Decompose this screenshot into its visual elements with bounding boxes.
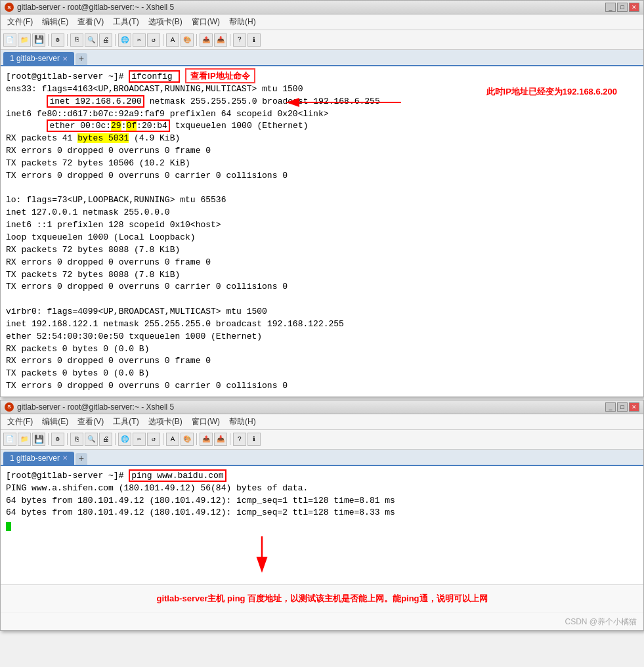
- maximize-button-2[interactable]: □: [617, 402, 628, 412]
- terminal-blank-2: [6, 293, 638, 306]
- terminal-vbr-4: RX packets 0 bytes 0 (0.0 B): [6, 343, 638, 356]
- terminal-line-6: RX packets 41 bytes 5031 (4.9 KiB): [6, 133, 638, 145]
- window1: S gitlab-server - root@gitlab-server:~ -…: [0, 0, 644, 397]
- watermark-text: CSDN @养个小橘猫: [565, 617, 637, 626]
- connect-btn[interactable]: 🌐: [118, 33, 131, 47]
- xftp-btn[interactable]: 📥: [214, 33, 227, 47]
- menu-edit-1[interactable]: 编辑(E): [38, 16, 72, 28]
- reconnect-btn-2[interactable]: ↺: [147, 433, 160, 446]
- tab-gitlab-server-1[interactable]: 1 gitlab-server ✕: [3, 52, 74, 65]
- connect-btn-2[interactable]: 🌐: [118, 433, 131, 446]
- info-btn[interactable]: ℹ: [247, 33, 261, 47]
- new-session-btn[interactable]: 📄: [3, 33, 16, 47]
- ping-line-4: 64 bytes from 180.101.49.12 (180.101.49.…: [6, 507, 638, 519]
- menu-help-1[interactable]: 帮助(H): [225, 16, 260, 28]
- bottom-annotation-container: gitlab-server主机 ping 百度地址，以测试该主机是否能上网。能p…: [1, 584, 643, 613]
- sep2-2: [67, 433, 68, 445]
- print-btn-2[interactable]: 🖨: [99, 433, 112, 446]
- open-btn[interactable]: 📁: [18, 33, 31, 47]
- window-title-1: gitlab-server - root@gitlab-server:~ - X…: [17, 3, 605, 12]
- save-btn[interactable]: 💾: [32, 33, 45, 47]
- menu-tools-2[interactable]: 工具(T): [109, 416, 142, 428]
- terminal-vbr-7: TX errors 0 dropped 0 overruns 0 carrier…: [6, 380, 638, 393]
- sep4: [163, 34, 163, 46]
- color-btn[interactable]: 🎨: [181, 33, 194, 47]
- sep6: [230, 34, 230, 46]
- reconnect-btn[interactable]: ↺: [147, 33, 160, 47]
- copy-btn-2[interactable]: ⎘: [70, 433, 83, 446]
- terminal-line-9: TX errors 0 dropped 0 overruns 0 carrier…: [6, 170, 638, 183]
- sep1-2: [48, 433, 49, 445]
- menu-file-2[interactable]: 文件(F): [3, 416, 37, 428]
- new-tab-btn-2[interactable]: +: [75, 453, 87, 465]
- close-button-2[interactable]: ✕: [629, 402, 639, 412]
- terminal-lo-5: RX packets 72 bytes 8088 (7.8 KiB): [6, 244, 638, 257]
- disconnect-btn[interactable]: ✂: [133, 33, 146, 47]
- minimize-button[interactable]: _: [605, 3, 616, 12]
- terminal-line-4: inet6 fe80::d617:b07c:92a9:faf9 prefixle…: [6, 108, 638, 121]
- terminal-lo-6: RX errors 0 dropped 0 overruns 0 frame 0: [6, 257, 638, 269]
- search-btn[interactable]: 🔍: [85, 33, 98, 47]
- save-btn-2[interactable]: 💾: [32, 433, 45, 446]
- help-btn[interactable]: ?: [233, 33, 246, 47]
- maximize-button[interactable]: □: [617, 3, 628, 12]
- disconnect-btn-2[interactable]: ✂: [133, 433, 146, 446]
- tab-close-1[interactable]: ✕: [62, 55, 68, 62]
- xftp-btn-2[interactable]: 📥: [214, 433, 227, 446]
- prompt-2: [root@gitlab-server ~]#: [6, 471, 129, 481]
- menu-edit-2[interactable]: 编辑(E): [38, 416, 72, 428]
- terminal-1[interactable]: [root@gitlab-server ~]# ifconfig 查看IP地址命…: [1, 66, 643, 397]
- menu-view-1[interactable]: 查看(V): [74, 16, 108, 28]
- menu-view-2[interactable]: 查看(V): [74, 416, 108, 428]
- search-btn-2[interactable]: 🔍: [85, 433, 98, 446]
- close-button[interactable]: ✕: [629, 3, 639, 12]
- inet-ip-box: inet 192.168.6.200: [47, 95, 144, 108]
- highlight-bytes: bytes 5031: [77, 133, 129, 143]
- sep3: [115, 34, 116, 46]
- settings-btn[interactable]: ⚙: [51, 33, 64, 47]
- sftp-btn-2[interactable]: 📤: [200, 433, 213, 446]
- terminal-vbr-3: ether 52:54:00:30:0e:50 txqueuelen 1000 …: [6, 331, 638, 343]
- copy-btn[interactable]: ⎘: [70, 33, 83, 47]
- help-btn-2[interactable]: ?: [233, 433, 246, 446]
- ip-annotation: 此时IP地址已经变为192.168.6.200: [486, 87, 617, 97]
- font-btn[interactable]: A: [166, 33, 179, 47]
- ifconfig-cmd: ifconfig: [129, 70, 180, 83]
- menu-window-1[interactable]: 窗口(W): [188, 16, 224, 28]
- terminal-blank-1: [6, 183, 638, 195]
- sep5-2: [196, 433, 197, 445]
- new-session-btn-2[interactable]: 📄: [3, 433, 16, 446]
- menu-help-2[interactable]: 帮助(H): [225, 416, 260, 428]
- minimize-button-2[interactable]: _: [605, 402, 616, 412]
- cmd-annotation: 查看IP地址命令: [185, 68, 255, 83]
- tab-bar-1: 1 gitlab-server ✕ +: [1, 50, 643, 66]
- new-tab-btn-1[interactable]: +: [75, 53, 87, 65]
- sftp-btn[interactable]: 📤: [200, 33, 213, 47]
- settings-btn-2[interactable]: ⚙: [51, 433, 64, 446]
- terminal-line-8: TX packets 72 bytes 10506 (10.2 KiB): [6, 158, 638, 170]
- tab-gitlab-server-2[interactable]: 1 gitlab-server ✕: [3, 452, 74, 465]
- menu-tabs-1[interactable]: 选项卡(B): [144, 16, 186, 28]
- terminal-lo-4: loop txqueuelen 1000 (Local Loopback): [6, 232, 638, 244]
- menu-window-2[interactable]: 窗口(W): [188, 416, 224, 428]
- sep3-2: [115, 433, 116, 445]
- terminal-2[interactable]: [root@gitlab-server ~]# ping www.baidu.c…: [1, 466, 643, 584]
- menu-bar-2: 文件(F) 编辑(E) 查看(V) 工具(T) 选项卡(B) 窗口(W) 帮助(…: [1, 414, 643, 430]
- tab-close-2[interactable]: ✕: [62, 454, 68, 462]
- menu-tools-1[interactable]: 工具(T): [109, 16, 142, 28]
- app-icon-2: S: [5, 402, 14, 412]
- title-bar-2: S gitlab-server - root@gitlab-server:~ -…: [1, 400, 643, 414]
- font-btn-2[interactable]: A: [166, 433, 179, 446]
- color-btn-2[interactable]: 🎨: [181, 433, 194, 446]
- highlight-29: 29: [111, 121, 121, 131]
- print-btn[interactable]: 🖨: [99, 33, 112, 47]
- tab-label-2: 1 gitlab-server: [10, 454, 60, 463]
- terminal-cursor: [6, 522, 11, 531]
- window-title-2: gitlab-server - root@gitlab-server:~ - X…: [17, 402, 605, 412]
- cursor-line: [6, 521, 638, 533]
- open-btn-2[interactable]: 📁: [18, 433, 31, 446]
- terminal-lo-2: inet 127.0.0.1 netmask 255.0.0.0: [6, 207, 638, 219]
- info-btn-2[interactable]: ℹ: [247, 433, 261, 446]
- menu-tabs-2[interactable]: 选项卡(B): [144, 416, 186, 428]
- menu-file-1[interactable]: 文件(F): [3, 16, 37, 28]
